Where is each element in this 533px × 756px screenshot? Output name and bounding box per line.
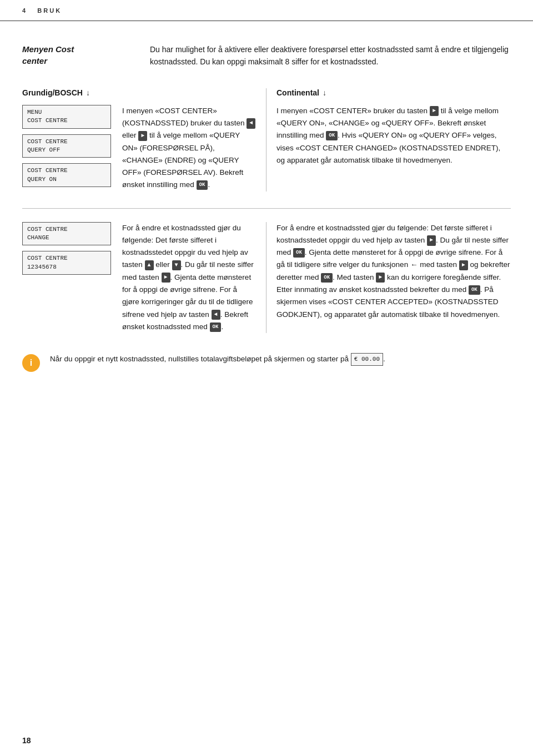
col-right-second: For å endre et kostnadssted gjør du følg… (266, 222, 511, 333)
right-key-icon-4: ► (376, 273, 385, 283)
col-left-second: COST CENTRECHANGE COST CENTRE12345678 Fo… (22, 222, 266, 333)
ok-key-icon-1: OK (197, 180, 208, 190)
lcd-box-cost-queryon: COST CENTREQUERY ON (22, 163, 111, 187)
lcd-box-cost-number: COST CENTRE12345678 (22, 251, 111, 275)
col-left-first: Grundig/BOSCH ↓ MENUCOST CENTRE COST CEN… (22, 88, 266, 191)
intro-text: Du har mulighet for å aktivere eller dea… (150, 43, 511, 68)
right-body-text-1: I menyen «COST CENTER» bruker du tasten … (276, 105, 511, 167)
down-key-icon: ▼ (172, 260, 181, 271)
lcd-box-cost-change: COST CENTRECHANGE (22, 222, 111, 246)
right-arrow-down-icon: ↓ (323, 88, 326, 97)
col-right-first: Continental ↓ I menyen «COST CENTER» bru… (266, 88, 511, 191)
next-key-icon: ► (162, 273, 170, 283)
lcd-box-menu-cost: MENUCOST CENTRE (22, 105, 111, 129)
info-text-block: Når du oppgir et nytt kostnadssted, null… (50, 353, 511, 366)
ok-key-icon-2: OK (210, 322, 222, 332)
left-second-row: COST CENTRECHANGE COST CENTRE12345678 Fo… (22, 222, 256, 333)
left-col-header: Grundig/BOSCH ↓ (22, 88, 256, 97)
ok-key-icon-4: OK (321, 273, 333, 283)
info-icon: i (22, 354, 40, 372)
section-divider (22, 208, 511, 209)
right-key-icon-2: ► (427, 235, 436, 246)
left-body-text-1: I menyen «COST CENTER» (KOSTNADSSTED) br… (122, 105, 256, 191)
main-content: Menyen Cost center Du har mulighet for å… (0, 21, 533, 405)
right-key-icon-r: ► (430, 106, 439, 117)
left-first-row: MENUCOST CENTRE COST CENTREQUERY OFF COS… (22, 105, 256, 191)
intro-label: Menyen Cost center (22, 43, 133, 68)
page-number: 18 (22, 736, 31, 745)
lcd-group-2: COST CENTRECHANGE COST CENTRE12345678 (22, 222, 111, 279)
ok-key-icon-3: OK (293, 248, 305, 258)
right-key-icon: ► (138, 131, 147, 142)
right-body-text-2: For å endre et kostnadssted gjør du følg… (276, 222, 511, 321)
ok-key-icon-5: OK (469, 285, 480, 295)
info-section: i Når du oppgir et nytt kostnadssted, nu… (22, 353, 511, 383)
left-arrow-down-icon: ↓ (86, 88, 90, 97)
left-key-icon: ◄ (247, 118, 255, 129)
top-bar: 4 BRUK (0, 0, 533, 21)
right-col-header: Continental ↓ (276, 88, 511, 97)
back-key-icon: ◄ (212, 310, 220, 320)
intro-section: Menyen Cost center Du har mulighet for å… (22, 43, 511, 68)
lcd-box-cost-queryoff: COST CENTREQUERY OFF (22, 134, 111, 158)
lcd-group-1: MENUCOST CENTRE COST CENTREQUERY OFF COS… (22, 105, 111, 190)
info-value-box: € 00.00 (351, 353, 383, 365)
ok-key-icon-r1: OK (326, 131, 338, 140)
chapter-label: 4 BRUK (22, 7, 62, 14)
second-two-col: COST CENTRECHANGE COST CENTRE12345678 Fo… (22, 222, 511, 333)
right-key-icon-3: ► (459, 260, 468, 271)
intro-label-title: Menyen Cost center (22, 43, 133, 67)
first-two-col: Grundig/BOSCH ↓ MENUCOST CENTRE COST CEN… (22, 88, 511, 191)
left-body-text-2: For å endre et kostnadssted gjør du følg… (122, 222, 256, 333)
up-key-icon: ▲ (145, 260, 154, 271)
